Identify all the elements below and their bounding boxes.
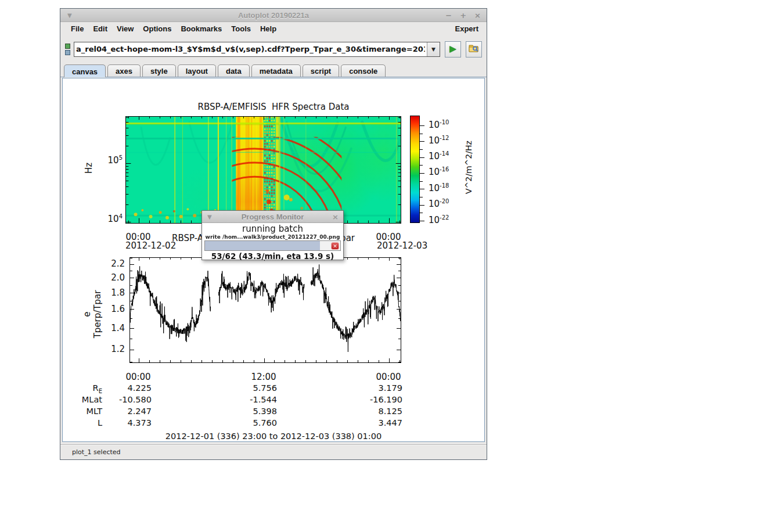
- window-title: Autoplot 20190221a: [60, 11, 487, 20]
- lineplot-ytick-4: 1.4: [96, 323, 125, 333]
- progress-count-label: 53/62 (43.3/min, eta 13.9 s): [202, 251, 343, 261]
- tab-console[interactable]: console: [341, 64, 386, 77]
- table-cell: 2.247: [76, 407, 152, 416]
- tab-data[interactable]: data: [218, 64, 250, 77]
- spectrogram-plot[interactable]: [125, 116, 401, 224]
- lineplot-xtick-right: 00:00: [365, 372, 412, 382]
- menu-bar: File Edit View Options Bookmarks Tools H…: [60, 22, 487, 35]
- uri-input[interactable]: [74, 42, 427, 56]
- status-bar: plot_1 selected: [60, 444, 487, 459]
- menu-help[interactable]: Help: [255, 23, 281, 34]
- progress-detail-label: write /hom...walk3/product_20121227_00.p…: [202, 234, 343, 240]
- dialog-shade-icon[interactable]: ▼: [207, 214, 212, 220]
- colorbar-tick-6: 10-22: [429, 214, 449, 225]
- table-cell: 8.125: [327, 407, 402, 416]
- table-cell: -1.544: [201, 395, 277, 404]
- colorbar-tick-2: 10-14: [429, 150, 449, 161]
- lineplot-xtick-left: 00:00: [115, 372, 161, 382]
- lineplot-ytick-5: 1.2: [96, 344, 125, 354]
- spectrogram-title: RBSP-A/EMFISIS HFR Spectra Data: [63, 102, 484, 112]
- play-icon: ▶: [449, 45, 456, 53]
- progress-task-label: running batch: [202, 224, 343, 234]
- spectrogram-xdate-left: 2012-12-02: [125, 240, 176, 251]
- uri-combobox: ▼: [74, 42, 440, 57]
- table-cell: 3.179: [327, 383, 402, 393]
- folder-search-icon: [469, 44, 479, 55]
- datasource-type-icon: [65, 44, 72, 55]
- tab-script[interactable]: script: [303, 64, 339, 77]
- minimize-button[interactable]: −: [445, 11, 452, 20]
- tab-layout[interactable]: layout: [178, 64, 216, 77]
- menu-tools[interactable]: Tools: [226, 23, 255, 34]
- uri-panel: ▼ ▶: [60, 35, 487, 63]
- close-button[interactable]: ×: [474, 11, 481, 20]
- desktop: ▼ Autoplot 20190221a − + × File Edit Vie…: [0, 0, 781, 532]
- colorbar-tick-0: 10-10: [429, 119, 449, 130]
- menu-file[interactable]: File: [66, 23, 88, 34]
- progress-monitor-dialog[interactable]: ▼ Progress Monitor × running batch write…: [201, 210, 344, 260]
- colorbar[interactable]: [410, 116, 425, 223]
- stop-x-icon: ✕: [333, 243, 337, 249]
- spectrogram-ytick-1e4: 104: [98, 213, 123, 224]
- dialog-close-icon[interactable]: ×: [332, 213, 339, 221]
- inspect-uri-button[interactable]: [466, 41, 482, 57]
- lineplot-ytick-3: 1.6: [96, 304, 125, 314]
- stop-button[interactable]: ✕: [331, 242, 339, 250]
- lineplot-ytick-0: 2.2: [96, 258, 125, 269]
- menu-options[interactable]: Options: [138, 23, 176, 34]
- window-shade-icon[interactable]: ▼: [67, 12, 72, 19]
- table-cell: 4.373: [76, 418, 152, 427]
- spectrogram-ytick-1e5: 105: [98, 154, 123, 166]
- menu-view[interactable]: View: [112, 23, 138, 34]
- table-cell: -10.580: [76, 395, 152, 404]
- colorbar-label: V^2/m^2/Hz: [464, 142, 473, 194]
- lineplot-title-fragment-left: RBSP-A: [172, 233, 203, 243]
- colorbar-tick-4: 10-18: [429, 182, 449, 193]
- tab-canvas[interactable]: canvas: [64, 64, 106, 77]
- spectrogram-xdate-right: 2012-12-03: [377, 240, 427, 251]
- expert-mode-label[interactable]: Expert: [453, 23, 481, 34]
- progress-dialog-titlebar[interactable]: ▼ Progress Monitor ×: [202, 211, 343, 223]
- table-cell: 5.398: [201, 407, 277, 416]
- maximize-button[interactable]: +: [460, 11, 466, 20]
- time-range-footer: 2012-12-01 (336) 23:00 to 2012-12-03 (33…: [63, 432, 484, 441]
- spectrogram-ylabel: Hz: [84, 160, 94, 174]
- table-cell: 5.760: [201, 418, 277, 427]
- progress-dialog-title: Progress Monitor: [242, 213, 304, 221]
- lineplot[interactable]: [129, 257, 401, 363]
- colorbar-tick-3: 10-16: [429, 166, 449, 177]
- table-cell: 4.225: [76, 383, 152, 393]
- tab-bar: canvas axes style layout data metadata s…: [60, 63, 487, 77]
- menu-bookmarks[interactable]: Bookmarks: [176, 23, 226, 34]
- lineplot-ytick-1: 2.0: [96, 272, 125, 283]
- status-text: plot_1 selected: [72, 448, 121, 456]
- table-cell: 5.756: [201, 383, 277, 393]
- lineplot-ytick-2: 1.8: [96, 287, 125, 298]
- progress-bar: ✕: [204, 240, 341, 251]
- progress-bar-fill: [205, 241, 320, 250]
- table-cell: -16.190: [327, 395, 402, 404]
- colorbar-tick-1: 10-12: [429, 135, 449, 146]
- tab-axes[interactable]: axes: [107, 64, 141, 77]
- chevron-down-icon: ▼: [431, 46, 436, 52]
- window-titlebar[interactable]: ▼ Autoplot 20190221a − + ×: [60, 9, 487, 22]
- tab-metadata[interactable]: metadata: [251, 64, 301, 77]
- lineplot-xtick-mid: 12:00: [240, 372, 287, 382]
- go-button[interactable]: ▶: [445, 41, 461, 57]
- colorbar-tick-5: 10-20: [429, 198, 449, 209]
- menu-edit[interactable]: Edit: [88, 23, 112, 34]
- uri-dropdown-button[interactable]: ▼: [427, 42, 440, 56]
- tab-style[interactable]: style: [142, 64, 176, 77]
- table-cell: 3.447: [327, 418, 402, 427]
